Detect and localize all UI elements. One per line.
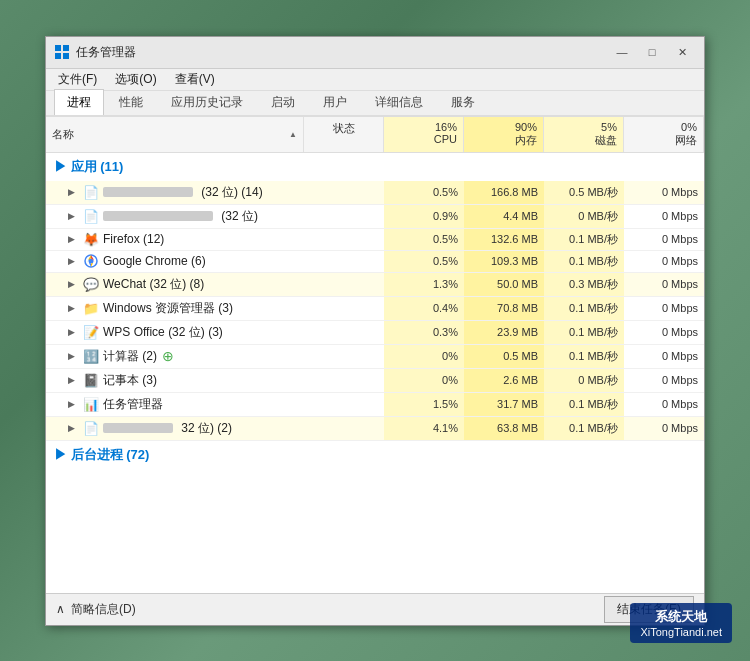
table-row[interactable]: ▶ 💬 WeChat (32 位) (8) 1.3% 50.0 MB 0.3 M… bbox=[46, 273, 704, 297]
expand-summary-icon: ∧ bbox=[56, 602, 65, 616]
svg-rect-3 bbox=[63, 53, 69, 59]
process-name-cell: ▶ 🔢 计算器 (2) ⊕ bbox=[46, 345, 304, 368]
row-expand-icon: ▶ bbox=[68, 211, 75, 221]
maximize-button[interactable]: □ bbox=[638, 41, 666, 63]
process-network: 0 Mbps bbox=[624, 297, 704, 320]
table-body: ▶ 应用 (11) ▶ 📄 (32 位) (14) 0.5% 166.8 MB … bbox=[46, 153, 704, 593]
row-expand-icon: ▶ bbox=[68, 423, 75, 433]
pin-indicator: ⊕ bbox=[162, 348, 174, 364]
col-disk-header[interactable]: 5% 磁盘 bbox=[544, 117, 624, 152]
process-name-cell: ▶ 📊 任务管理器 bbox=[46, 393, 304, 416]
process-status bbox=[304, 297, 384, 320]
explorer-icon: 📁 bbox=[84, 301, 98, 315]
process-memory: 2.6 MB bbox=[464, 369, 544, 392]
tab-performance[interactable]: 性能 bbox=[106, 89, 156, 115]
process-memory: 166.8 MB bbox=[464, 181, 544, 204]
process-memory: 109.3 MB bbox=[464, 251, 544, 272]
close-button[interactable]: ✕ bbox=[668, 41, 696, 63]
table-row[interactable]: ▶ 📄 (32 位) 0.9% 4.4 MB 0 MB/秒 0 Mbps bbox=[46, 205, 704, 229]
col-status-header[interactable]: 状态 bbox=[304, 117, 384, 152]
col-network-header[interactable]: 0% 网络 bbox=[624, 117, 704, 152]
process-network: 0 Mbps bbox=[624, 369, 704, 392]
process-memory: 4.4 MB bbox=[464, 205, 544, 228]
watermark-url: XiTongTiandi.net bbox=[640, 626, 722, 638]
app-icon bbox=[54, 44, 70, 60]
process-status bbox=[304, 369, 384, 392]
table-row[interactable]: ▶ 📓 记事本 (3) 0% 2.6 MB 0 MB/秒 0 Mbps bbox=[46, 369, 704, 393]
process-name-cell: ▶ 📁 Windows 资源管理器 (3) bbox=[46, 297, 304, 320]
table-row[interactable]: ▶ Google Chrome (6) bbox=[46, 251, 704, 273]
task-manager-window: 任务管理器 — □ ✕ 文件(F) 选项(O) 查看(V) 进程 性能 应用历史… bbox=[45, 36, 705, 626]
tab-startup[interactable]: 启动 bbox=[258, 89, 308, 115]
process-cpu: 0.3% bbox=[384, 321, 464, 344]
background-section-header[interactable]: ▶ 后台进程 (72) bbox=[46, 441, 704, 469]
process-name-cell: ▶ 📓 记事本 (3) bbox=[46, 369, 304, 392]
expand-icon: ▶ bbox=[54, 159, 71, 174]
svg-rect-0 bbox=[55, 45, 61, 51]
svg-rect-2 bbox=[55, 53, 61, 59]
row-expand-icon: ▶ bbox=[68, 303, 75, 313]
process-name-cell: ▶ 📄 (32 位) bbox=[46, 205, 304, 228]
row-expand-icon: ▶ bbox=[68, 375, 75, 385]
process-memory: 63.8 MB bbox=[464, 417, 544, 440]
col-cpu-header[interactable]: 16% CPU bbox=[384, 117, 464, 152]
svg-rect-1 bbox=[63, 45, 69, 51]
process-cpu: 0.5% bbox=[384, 229, 464, 250]
process-status bbox=[304, 321, 384, 344]
process-status bbox=[304, 273, 384, 296]
menu-view[interactable]: 查看(V) bbox=[167, 69, 223, 90]
table-header: 名称 ▲ 状态 16% CPU 90% 内存 5% 磁盘 bbox=[46, 117, 704, 153]
process-name-cell: ▶ 📝 WPS Office (32 位) (3) bbox=[46, 321, 304, 344]
firefox-icon: 🦊 bbox=[84, 232, 98, 246]
table-row[interactable]: ▶ 📄 (32 位) (14) 0.5% 166.8 MB 0.5 MB/秒 0… bbox=[46, 181, 704, 205]
col-name-header[interactable]: 名称 ▲ bbox=[46, 117, 304, 152]
process-name-cell: ▶ 📄 (32 位) (14) bbox=[46, 181, 304, 204]
minimize-button[interactable]: — bbox=[608, 41, 636, 63]
apps-section-header[interactable]: ▶ 应用 (11) bbox=[46, 153, 704, 181]
process-memory: 132.6 MB bbox=[464, 229, 544, 250]
process-network: 0 Mbps bbox=[624, 181, 704, 204]
tab-processes[interactable]: 进程 bbox=[54, 89, 104, 115]
process-disk: 0.1 MB/秒 bbox=[544, 321, 624, 344]
menu-options[interactable]: 选项(O) bbox=[107, 69, 164, 90]
row-expand-icon: ▶ bbox=[68, 279, 75, 289]
process-cpu: 0.5% bbox=[384, 181, 464, 204]
tab-bar: 进程 性能 应用历史记录 启动 用户 详细信息 服务 bbox=[46, 91, 704, 117]
taskmgr-icon: 📊 bbox=[84, 397, 98, 411]
process-disk: 0.1 MB/秒 bbox=[544, 297, 624, 320]
process-name-cell: ▶ 🦊 Firefox (12) bbox=[46, 229, 304, 250]
menu-file[interactable]: 文件(F) bbox=[50, 69, 105, 90]
process-disk: 0 MB/秒 bbox=[544, 369, 624, 392]
table-row[interactable]: ▶ 📁 Windows 资源管理器 (3) 0.4% 70.8 MB 0.1 M… bbox=[46, 297, 704, 321]
row-expand-icon: ▶ bbox=[68, 234, 75, 244]
table-row[interactable]: ▶ 📊 任务管理器 1.5% 31.7 MB 0.1 MB/秒 0 Mbps bbox=[46, 393, 704, 417]
summary-label[interactable]: 简略信息(D) bbox=[71, 601, 136, 618]
row-expand-icon: ▶ bbox=[68, 256, 75, 266]
process-cpu: 0.5% bbox=[384, 251, 464, 272]
process-status bbox=[304, 205, 384, 228]
col-memory-header[interactable]: 90% 内存 bbox=[464, 117, 544, 152]
process-memory: 31.7 MB bbox=[464, 393, 544, 416]
process-icon: 📄 bbox=[84, 185, 98, 199]
process-memory: 0.5 MB bbox=[464, 345, 544, 368]
process-memory: 70.8 MB bbox=[464, 297, 544, 320]
watermark-site: 系统天地 bbox=[640, 608, 722, 626]
row-expand-icon: ▶ bbox=[68, 399, 75, 409]
table-row[interactable]: ▶ 🔢 计算器 (2) ⊕ 0% 0.5 MB 0.1 MB/秒 0 Mbps bbox=[46, 345, 704, 369]
process-name-cell: ▶ 💬 WeChat (32 位) (8) bbox=[46, 273, 304, 296]
process-disk: 0.3 MB/秒 bbox=[544, 273, 624, 296]
table-row[interactable]: ▶ 📝 WPS Office (32 位) (3) 0.3% 23.9 MB 0… bbox=[46, 321, 704, 345]
wps-icon: 📝 bbox=[84, 325, 98, 339]
process-network: 0 Mbps bbox=[624, 229, 704, 250]
table-row[interactable]: ▶ 📄 32 位) (2) 4.1% 63.8 MB 0.1 MB/秒 0 Mb… bbox=[46, 417, 704, 441]
expand-icon: ▶ bbox=[54, 447, 71, 462]
wechat-icon: 💬 bbox=[84, 277, 98, 291]
tab-services[interactable]: 服务 bbox=[438, 89, 488, 115]
process-icon: 📄 bbox=[84, 421, 98, 435]
process-cpu: 0.9% bbox=[384, 205, 464, 228]
table-row[interactable]: ▶ 🦊 Firefox (12) 0.5% 132.6 MB 0.1 MB/秒 … bbox=[46, 229, 704, 251]
tab-users[interactable]: 用户 bbox=[310, 89, 360, 115]
tab-details[interactable]: 详细信息 bbox=[362, 89, 436, 115]
tab-app-history[interactable]: 应用历史记录 bbox=[158, 89, 256, 115]
row-expand-icon: ▶ bbox=[68, 351, 75, 361]
